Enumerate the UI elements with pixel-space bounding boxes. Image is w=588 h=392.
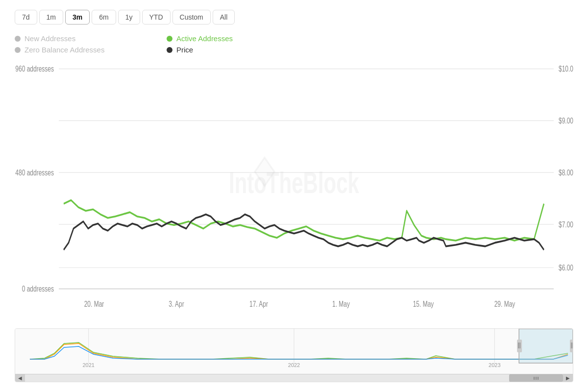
svg-text:$10.00: $10.00	[559, 64, 573, 74]
svg-rect-30	[519, 329, 573, 363]
time-btn-ytd[interactable]: YTD	[142, 10, 171, 24]
navigator-scrollbar[interactable]: ◀ ▶	[15, 374, 573, 382]
svg-text:2023: 2023	[489, 362, 500, 368]
legend-label-new-addresses: New Addresses	[24, 34, 75, 43]
chart-wrapper: 960 addresses 480 addresses 0 addresses …	[15, 62, 573, 382]
legend-item-price: Price	[167, 46, 309, 54]
legend-label-price: Price	[176, 46, 193, 54]
time-btn-custom[interactable]: Custom	[172, 10, 211, 24]
time-btn-1y[interactable]: 1y	[118, 10, 140, 24]
svg-text:17. Apr: 17. Apr	[249, 298, 268, 308]
legend-label-active-addresses: Active Addresses	[176, 34, 233, 43]
legend-label-zero-balance: Zero Balance Addresses	[24, 46, 104, 54]
legend-dot-zero-balance	[15, 47, 21, 53]
scroll-track[interactable]	[25, 374, 563, 382]
legend-item-active-addresses: Active Addresses	[167, 34, 309, 43]
scroll-left-button[interactable]: ◀	[15, 374, 25, 382]
chart-navigator[interactable]: 2021 2022 2023 ◀	[15, 328, 573, 382]
svg-text:960 addresses: 960 addresses	[15, 64, 54, 74]
svg-text:480 addresses: 480 addresses	[15, 167, 54, 177]
svg-text:$8.00: $8.00	[559, 167, 573, 177]
scroll-right-button[interactable]: ▶	[563, 374, 573, 382]
main-chart-svg: 960 addresses 480 addresses 0 addresses …	[15, 62, 573, 324]
svg-text:29. May: 29. May	[494, 298, 515, 308]
time-btn-6m[interactable]: 6m	[92, 10, 116, 24]
svg-text:$6.00: $6.00	[559, 263, 573, 272]
svg-text:2021: 2021	[83, 362, 95, 368]
svg-text:IntoTheBlock: IntoTheBlock	[229, 166, 360, 199]
time-btn-all[interactable]: All	[213, 10, 235, 24]
svg-text:0 addresses: 0 addresses	[22, 284, 54, 294]
legend-dot-active-addresses	[167, 36, 172, 42]
svg-text:2022: 2022	[288, 362, 300, 368]
svg-text:3. Apr: 3. Apr	[169, 298, 184, 308]
time-btn-7d[interactable]: 7d	[15, 10, 37, 24]
time-btn-3m[interactable]: 3m	[65, 10, 90, 24]
time-range-selector: 7d1m3m6m1yYTDCustomAll	[15, 10, 573, 24]
navigator-svg: 2021 2022 2023	[15, 329, 573, 370]
svg-text:$9.00: $9.00	[559, 116, 573, 125]
svg-text:$7.00: $7.00	[559, 219, 573, 229]
time-btn-1m[interactable]: 1m	[39, 10, 63, 24]
svg-text:15. May: 15. May	[413, 298, 434, 308]
legend-dot-price	[167, 47, 172, 53]
svg-text:20. Mar: 20. Mar	[84, 298, 104, 308]
legend-dot-new-addresses	[15, 36, 21, 42]
scroll-thumb[interactable]	[509, 374, 563, 382]
legend-item-zero-balance: Zero Balance Addresses	[15, 46, 157, 54]
chart-legend: New AddressesActive AddressesZero Balanc…	[15, 34, 309, 54]
main-chart: 960 addresses 480 addresses 0 addresses …	[15, 62, 573, 324]
legend-item-new-addresses: New Addresses	[15, 34, 157, 43]
svg-rect-31	[517, 340, 522, 352]
svg-text:1. May: 1. May	[332, 298, 350, 308]
